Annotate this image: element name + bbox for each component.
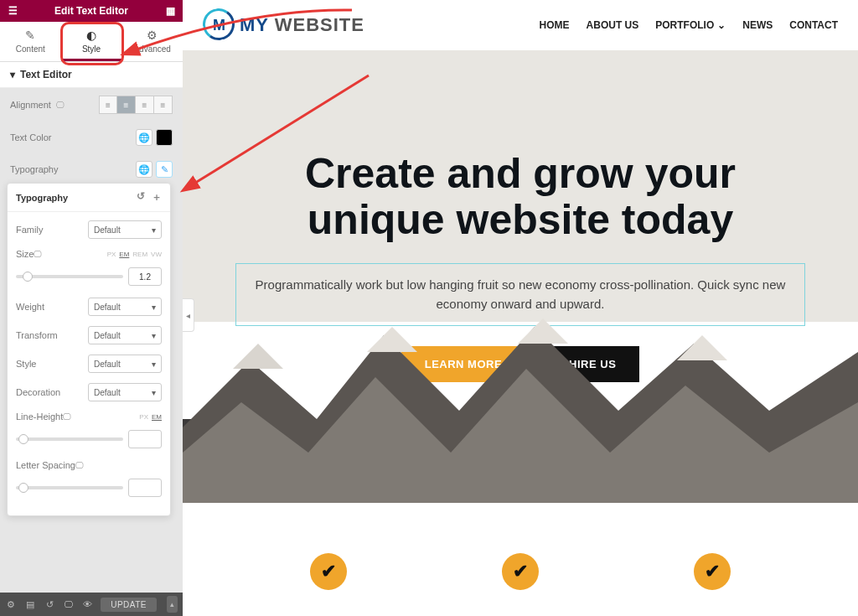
unit-rem[interactable]: REM	[132, 251, 147, 258]
align-left-button[interactable]: ≡	[99, 96, 117, 114]
update-options-button[interactable]: ▴	[167, 596, 178, 613]
reset-icon[interactable]: ↺	[137, 190, 145, 204]
unit-vw[interactable]: VW	[151, 251, 162, 258]
unit-em[interactable]: EM	[152, 413, 162, 421]
control-typography: Typography 🌐 ✎	[10, 153, 173, 185]
chevron-down-icon: ⌄	[717, 19, 726, 31]
site-nav: M MY WEBSITE HOME ABOUT US PORTFOLIO ⌄ N…	[183, 0, 858, 50]
style-select[interactable]: Default▾	[88, 355, 162, 373]
panel-title: Edit Text Editor	[20, 5, 163, 17]
menu-portfolio[interactable]: PORTFOLIO ⌄	[655, 19, 726, 31]
desktop-icon[interactable]: 🖵	[63, 412, 71, 422]
navigator-icon[interactable]: ▤	[24, 598, 37, 611]
desktop-icon[interactable]: 🖵	[75, 461, 84, 470]
add-icon[interactable]: ＋	[152, 190, 162, 204]
typography-popover: Typography ↺ ＋ Family Default▾ Size🖵 PX …	[7, 183, 171, 516]
letterspacing-input[interactable]	[128, 479, 162, 497]
typography-pop-title: Typography	[16, 193, 68, 203]
collapse-panel-button[interactable]: ◂	[183, 298, 194, 332]
desktop-icon[interactable]: 🖵	[34, 250, 42, 259]
svg-marker-5	[518, 318, 568, 344]
menu-contact[interactable]: CONTACT	[789, 19, 838, 31]
globe-icon[interactable]: 🌐	[136, 129, 152, 146]
lineheight-slider[interactable]	[16, 437, 123, 441]
page-preview: M MY WEBSITE HOME ABOUT US PORTFOLIO ⌄ N…	[183, 0, 858, 616]
primary-menu: HOME ABOUT US PORTFOLIO ⌄ NEWS CONTACT	[540, 19, 838, 31]
responsive-icon[interactable]: 🖵	[63, 598, 75, 611]
alignment-buttons: ≡ ≡ ≡ ≡	[99, 96, 173, 114]
globe-icon[interactable]: 🌐	[136, 161, 152, 178]
align-center-button[interactable]: ≡	[117, 96, 136, 114]
check-icon: ✔	[694, 553, 731, 590]
unit-px[interactable]: PX	[139, 413, 148, 421]
check-icon: ✔	[502, 553, 539, 590]
size-slider[interactable]	[16, 275, 123, 278]
apps-grid-icon[interactable]: ▦	[163, 3, 178, 18]
update-button[interactable]: UPDATE	[101, 598, 157, 612]
panel-header: ☰ Edit Text Editor ▦	[0, 0, 183, 22]
typography-edit-icon[interactable]: ✎	[156, 161, 173, 178]
text-color-swatch[interactable]	[156, 129, 173, 146]
family-select[interactable]: Default▾	[88, 220, 162, 239]
hamburger-icon[interactable]: ☰	[5, 3, 20, 18]
style-controls: Alignment🖵 ≡ ≡ ≡ ≡ Text Color 🌐 Typograp…	[0, 88, 183, 185]
lineheight-input[interactable]	[128, 430, 162, 448]
pencil-icon: ✎	[0, 28, 61, 42]
svg-marker-3	[233, 344, 283, 369]
elementor-panel: ☰ Edit Text Editor ▦ ✎ Content ◐ Style ⚙…	[0, 0, 183, 616]
svg-marker-4	[367, 327, 417, 352]
decoration-select[interactable]: Default▾	[88, 383, 162, 401]
transform-select[interactable]: Default▾	[88, 326, 162, 344]
history-icon[interactable]: ↺	[44, 598, 56, 611]
unit-px[interactable]: PX	[107, 251, 116, 258]
tab-content[interactable]: ✎ Content	[0, 22, 61, 61]
preview-icon[interactable]: 👁	[81, 598, 94, 611]
feature-icons-row: ✔ ✔ ✔	[183, 553, 858, 590]
caret-down-icon: ▾	[10, 69, 15, 80]
desktop-icon[interactable]: 🖵	[56, 101, 65, 110]
size-input[interactable]: 1.2	[128, 267, 162, 286]
control-text-color: Text Color 🌐	[10, 122, 173, 153]
tab-advanced[interactable]: ⚙ Advanced	[121, 22, 183, 61]
menu-about[interactable]: ABOUT US	[587, 19, 639, 31]
align-justify-button[interactable]: ≡	[154, 96, 173, 114]
control-alignment: Alignment🖵 ≡ ≡ ≡ ≡	[10, 88, 173, 122]
menu-news[interactable]: NEWS	[742, 19, 773, 31]
hero-section: Create and grow your unique website toda…	[183, 50, 858, 503]
menu-home[interactable]: HOME	[540, 19, 570, 31]
gear-icon: ⚙	[121, 28, 183, 42]
check-icon: ✔	[310, 553, 347, 590]
unit-em[interactable]: EM	[119, 251, 129, 258]
panel-footer: ⚙ ▤ ↺ 🖵 👁 UPDATE ▴	[0, 593, 183, 616]
hero-headline: Create and grow your unique website toda…	[183, 50, 858, 243]
site-logo[interactable]: M MY WEBSITE	[203, 8, 364, 42]
settings-icon[interactable]: ⚙	[5, 598, 18, 611]
svg-marker-6	[677, 335, 727, 360]
letterspacing-slider[interactable]	[16, 486, 123, 489]
tab-style[interactable]: ◐ Style	[61, 22, 122, 61]
align-right-button[interactable]: ≡	[136, 96, 154, 114]
hero-mountains-image	[183, 285, 858, 503]
panel-tabs: ✎ Content ◐ Style ⚙ Advanced	[0, 22, 183, 62]
contrast-icon: ◐	[61, 28, 122, 42]
section-text-editor[interactable]: ▾ Text Editor	[0, 62, 183, 88]
weight-select[interactable]: Default▾	[88, 298, 162, 316]
